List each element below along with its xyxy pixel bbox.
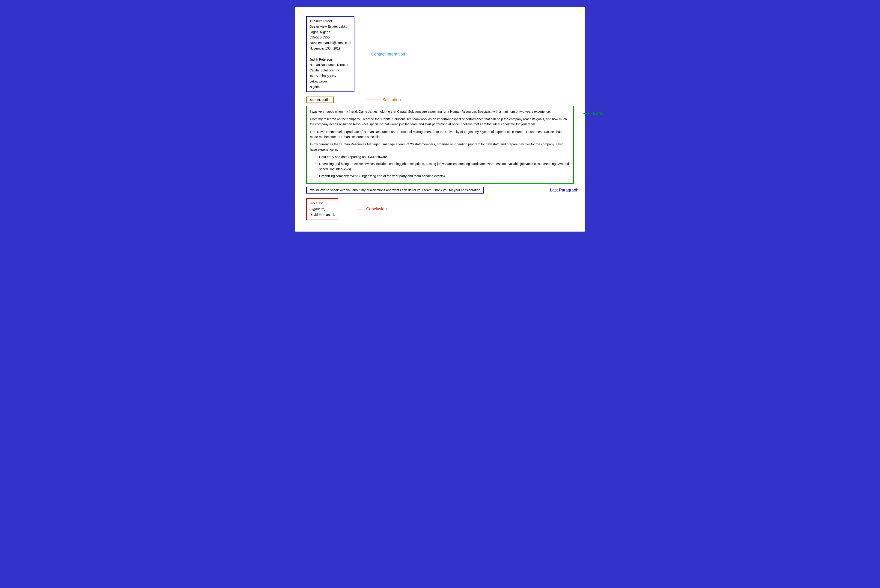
contact-line6: November 13th, 2019. <box>310 46 351 51</box>
salutation-section: Dear Mr. Judith, Salutation <box>306 96 574 103</box>
contact-line1: 11 South Street <box>310 18 351 24</box>
recipient6: Nigeria. <box>310 84 351 90</box>
bullet1: Data entry and data reporting on HRM sof… <box>314 154 570 159</box>
conclusion-section: Sincerely, (Signature) David Emmanuel. C… <box>306 198 574 220</box>
contact-label: Contact Informtion <box>355 52 405 57</box>
conclusion-line1: Sincerely, <box>310 201 335 206</box>
body-para1: I was very happy when my friend, Daine J… <box>310 109 570 114</box>
salutation-text: Dear Mr. Judith, <box>308 98 331 102</box>
body-para3: I am David Emmanuel, a graduate of Human… <box>310 129 570 140</box>
recipient2: Human Resources Director <box>310 62 351 68</box>
conclusion-label: Conclusion <box>357 207 387 212</box>
last-paragraph-text: I would love to speak with you about my … <box>308 188 481 192</box>
conclusion-box: Sincerely, (Signature) David Emmanuel. <box>306 198 338 220</box>
last-paragraph-section: I would love to speak with you about my … <box>306 187 574 194</box>
body-section: I was very happy when my friend, Daine J… <box>306 106 574 184</box>
letter-page: 11 South Street Ocean View Estate, Lekki… <box>295 7 585 231</box>
body-bullets: Data entry and data reporting on HRM sof… <box>314 154 570 179</box>
recipient1: Judith Peterson <box>310 57 351 63</box>
salutation-label: Salutation <box>366 98 401 102</box>
bullet2: Recruiting and hiring processes (which i… <box>314 161 570 172</box>
contact-line2: Ocean View Estate, Lekki, <box>310 24 351 30</box>
body-para4: In my current as the Human Resources Man… <box>310 142 570 152</box>
last-paragraph-box: I would love to speak with you about my … <box>306 187 484 194</box>
recipient4: 101 Admiralty Way <box>310 73 351 79</box>
conclusion-line2: (Signature) <box>310 206 335 212</box>
recipient3: Capital Solutions, Inc. <box>310 68 351 73</box>
bullet3: Organizing company event. (Organizing en… <box>314 174 570 178</box>
body-label: Body <box>584 110 603 117</box>
recipient5: Lekki, Lagos, <box>310 79 351 84</box>
contact-box: 11 South Street Ocean View Estate, Lekki… <box>306 16 355 92</box>
contact-section: 11 South Street Ocean View Estate, Lekki… <box>306 16 355 92</box>
body-para2: From my research on the company, I learn… <box>310 117 570 127</box>
last-paragraph-label: Last Paragraph <box>536 188 578 192</box>
contact-line3: Lagos, Nigeria. <box>310 30 351 35</box>
contact-line5: david.emmanuel@email.com <box>310 40 351 46</box>
contact-line4: 555-555-5555 <box>310 35 351 40</box>
salutation-box: Dear Mr. Judith, <box>306 96 334 103</box>
conclusion-line3: David Emmanuel. <box>310 212 335 218</box>
